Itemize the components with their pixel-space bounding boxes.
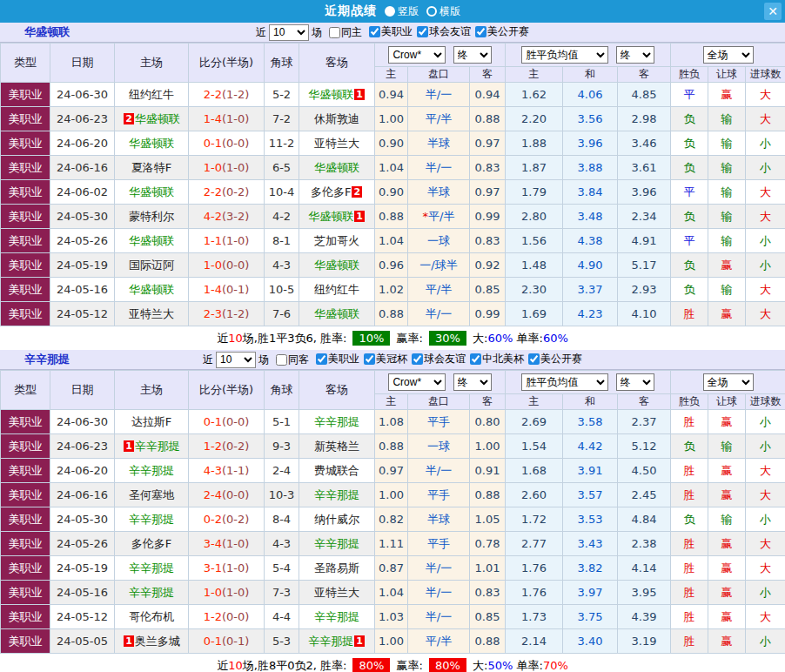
col-goals: 进球数 xyxy=(746,394,785,410)
wdl-result: 负 xyxy=(671,278,708,302)
europe-away-odds: 4.14 xyxy=(618,556,671,581)
same-venue-filter[interactable]: 同主 xyxy=(329,25,362,40)
europe-final-select[interactable]: 终 xyxy=(616,46,654,64)
asian-handicap: 半/一 xyxy=(408,302,470,326)
europe-final-select[interactable]: 终 xyxy=(616,373,654,391)
asian-final-select[interactable]: 终 xyxy=(453,46,492,64)
col-europe-away: 客 xyxy=(618,394,671,410)
half-score: (0-1) xyxy=(222,635,249,648)
match-row: 美职业24-05-051奥兰多城0-1(0-1)5-3辛辛那提11.00平/半0… xyxy=(1,629,785,654)
score-cell: 1-2(0-0) xyxy=(189,605,265,629)
europe-away-odds: 2.93 xyxy=(618,278,671,302)
europe-home-odds: 2.77 xyxy=(506,532,563,556)
score-cell: 3-4(1-0) xyxy=(189,532,265,556)
score-cell: 1-0(0-0) xyxy=(189,253,265,278)
europe-draw-odds: 3.40 xyxy=(563,629,618,654)
full-score: 0-1 xyxy=(204,137,222,150)
half-score: (1-2) xyxy=(222,88,249,101)
competition-checkbox[interactable] xyxy=(528,353,540,365)
score-cell: 0-1(0-0) xyxy=(189,410,265,434)
asian-away-odds: 0.94 xyxy=(470,83,506,107)
corner-cell: 5-1 xyxy=(265,410,299,434)
full-match-select[interactable]: 全场 xyxy=(703,373,754,391)
handicap-result: 赢 xyxy=(708,556,746,581)
odds-company-select[interactable]: Crow* xyxy=(388,373,446,391)
rate-badge: 30% xyxy=(429,331,466,346)
odds-company-select[interactable]: Crow* xyxy=(388,46,446,64)
recent-count-select[interactable]: 10 xyxy=(269,24,309,41)
home-team-cell: 辛辛那提 xyxy=(115,581,189,605)
handicap-result: 输 xyxy=(708,156,746,180)
competition-checkbox[interactable] xyxy=(475,26,486,37)
home-team-name: 华盛顿联 xyxy=(129,137,174,150)
away-team-cell: 华盛顿联1 xyxy=(299,205,375,229)
europe-avg-select[interactable]: 胜平负均值 xyxy=(521,46,608,64)
competition-checkbox[interactable] xyxy=(470,353,481,365)
asian-away-odds: 0.78 xyxy=(470,532,506,556)
competition-filter[interactable]: 球会友谊 xyxy=(417,24,471,39)
asian-home-odds: 1.02 xyxy=(375,278,408,302)
handicap-result: 输 xyxy=(708,205,746,229)
rate-badge: 80% xyxy=(352,658,390,672)
competition-checkbox[interactable] xyxy=(316,353,327,365)
goals-result: 小 xyxy=(746,410,785,434)
europe-home-odds: 1.73 xyxy=(506,605,563,629)
competition-checkbox[interactable] xyxy=(369,26,380,37)
away-team-cell: 华盛顿联1 xyxy=(299,83,375,107)
competition-checkbox[interactable] xyxy=(417,26,428,37)
same-venue-checkbox[interactable] xyxy=(329,27,340,38)
asian-home-odds: 0.88 xyxy=(375,434,408,459)
result-header: 全场 xyxy=(671,44,785,67)
away-team-name: 芝加哥火 xyxy=(314,234,359,247)
competition-checkbox[interactable] xyxy=(412,353,423,365)
europe-away-odds: 2.98 xyxy=(618,107,671,131)
europe-draw-odds: 4.23 xyxy=(563,302,618,326)
competition-filter[interactable]: 美公开赛 xyxy=(528,352,582,366)
asian-away-odds: 0.85 xyxy=(470,278,506,302)
competition-filter[interactable]: 美职业 xyxy=(316,352,359,366)
asian-handicap: *平/半 xyxy=(408,205,470,229)
competition-filter[interactable]: 球会友谊 xyxy=(412,352,466,366)
competition-label: 中北美杯 xyxy=(482,352,524,366)
home-team-name: 辛辛那提 xyxy=(129,586,174,599)
date-cell: 24-06-20 xyxy=(50,459,115,483)
home-team-name: 辛辛那提 xyxy=(129,513,174,526)
home-team-name: 国际迈阿 xyxy=(129,259,174,272)
full-score: 1-1 xyxy=(204,234,222,247)
summary-text: 赢率: xyxy=(392,658,426,672)
wdl-result: 负 xyxy=(671,434,708,459)
competition-checkbox[interactable] xyxy=(364,353,375,365)
horizontal-layout-radio[interactable] xyxy=(426,6,437,17)
same-venue-filter[interactable]: 同客 xyxy=(276,353,309,367)
home-team-cell: 华盛顿联 xyxy=(115,229,189,253)
full-match-select[interactable]: 全场 xyxy=(703,46,754,64)
away-team-name: 圣路易斯 xyxy=(314,561,359,575)
recent-count-select[interactable]: 10 xyxy=(216,352,256,368)
goals-result: 大 xyxy=(746,605,785,629)
same-venue-checkbox[interactable] xyxy=(276,354,287,366)
col-date: 日期 xyxy=(50,371,115,410)
handicap-result: 输 xyxy=(708,229,746,253)
wdl-result: 胜 xyxy=(671,629,708,654)
home-team-name: 纽约红牛 xyxy=(129,88,174,101)
full-score: 1-2 xyxy=(204,440,222,453)
competition-filter[interactable]: 中北美杯 xyxy=(470,352,524,366)
vertical-layout-radio[interactable] xyxy=(385,6,395,17)
away-team-cell: 华盛顿联 xyxy=(299,156,375,180)
asian-home-odds: 0.82 xyxy=(375,507,408,532)
competition-filter[interactable]: 美公开赛 xyxy=(475,24,529,39)
corner-cell: 7-2 xyxy=(265,107,299,131)
competition-filter[interactable]: 美冠杯 xyxy=(364,352,407,366)
asian-home-odds: 1.04 xyxy=(375,581,408,605)
europe-avg-select[interactable]: 胜平负均值 xyxy=(521,373,608,391)
col-let: 让球 xyxy=(708,394,746,410)
asian-home-odds: 1.03 xyxy=(375,605,408,629)
asian-home-odds: 1.04 xyxy=(375,229,408,253)
close-icon[interactable]: ✕ xyxy=(764,3,782,20)
asian-final-select[interactable]: 终 xyxy=(453,373,492,391)
col-europe-away: 客 xyxy=(618,67,671,83)
match-row: 美职业24-06-20辛辛那提4-3(1-1)2-4费城联合0.97半/一0.9… xyxy=(1,459,785,483)
home-team-name: 华盛顿联 xyxy=(135,112,180,125)
home-team-name: 蒙特利尔 xyxy=(129,210,174,223)
competition-filter[interactable]: 美职业 xyxy=(369,24,413,39)
